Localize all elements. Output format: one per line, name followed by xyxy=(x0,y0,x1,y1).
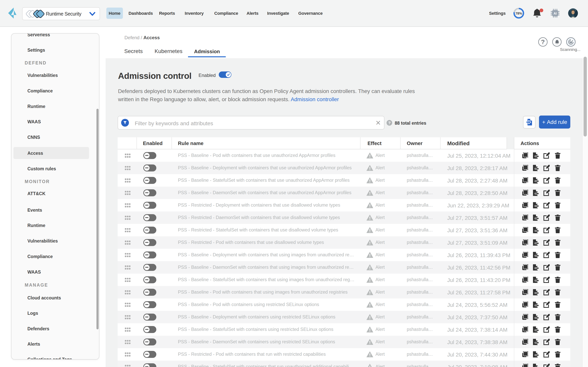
svg-text:78%: 78% xyxy=(516,12,522,15)
svg-text:AI: AI xyxy=(553,12,557,15)
